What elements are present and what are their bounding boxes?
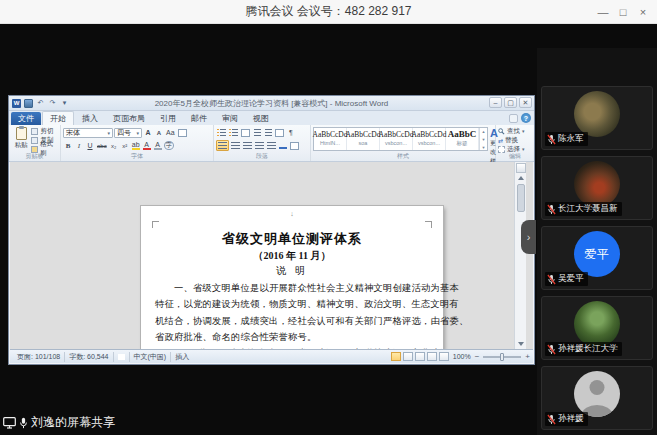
multilevel-list-button[interactable] (240, 127, 251, 138)
word-minimize-button[interactable]: – (489, 97, 502, 108)
zoom-slider[interactable] (483, 356, 521, 358)
vertical-scrollbar[interactable] (514, 162, 526, 349)
borders-button[interactable] (289, 140, 300, 151)
character-shading-button[interactable]: A (153, 140, 163, 151)
sidebar-collapse-handle[interactable]: › (521, 220, 536, 254)
spellcheck-status[interactable] (114, 352, 130, 362)
superscript-button[interactable]: x² (120, 140, 130, 151)
document-page[interactable]: ↓ 省级文明单位测评体系 （2016 年 11 月） 说 明 一、省级文明单位是… (141, 206, 443, 349)
ruler-toggle-icon[interactable] (516, 163, 526, 173)
tab-mailings[interactable]: 邮件 (184, 112, 214, 125)
participant-tile[interactable]: 孙祥媛 (541, 366, 653, 430)
increase-indent-button[interactable] (263, 127, 273, 138)
line-spacing-icon (267, 142, 276, 149)
font-name-select[interactable]: 宋体 ▾ (63, 128, 113, 138)
bold-button[interactable]: B (63, 140, 73, 151)
font-size-select[interactable]: 四号 ▾ (114, 128, 142, 138)
align-center-button[interactable] (230, 140, 241, 151)
participant-tile[interactable]: 爱平 吴爱平 (541, 226, 653, 290)
print-layout-view-button[interactable] (391, 352, 401, 361)
style-item[interactable]: AaBbC 标题 (446, 128, 479, 150)
subscript-button[interactable]: x₂ (109, 140, 119, 151)
shrink-font-button[interactable]: A (154, 127, 164, 138)
scroll-up-icon[interactable] (518, 176, 524, 180)
style-item[interactable]: AaBbCcDd vsbcon... (380, 128, 413, 150)
grow-font-button[interactable]: A (143, 127, 153, 138)
multilevel-list-icon (241, 129, 250, 137)
align-left-button[interactable] (216, 140, 229, 151)
meeting-titlebar: 腾讯会议 会议号：482 282 917 — □ × (0, 0, 657, 24)
tab-insert[interactable]: 插入 (75, 112, 105, 125)
document-title: 省级文明单位测评体系 (141, 230, 443, 248)
zoom-out-button[interactable]: − (475, 352, 480, 361)
document-line: 一、省级文明单位是以开展群众性社会主义精神文明创建活动为基本 (155, 280, 431, 296)
participant-tile[interactable]: 长江大学聂昌新 (541, 156, 653, 220)
find-button[interactable]: 查找 ▾ (498, 127, 532, 135)
line-spacing-button[interactable] (266, 140, 277, 151)
font-color-button[interactable]: A (142, 140, 152, 151)
bullets-button[interactable] (216, 127, 227, 138)
language-indicator[interactable]: 中文(中国) (130, 352, 172, 362)
word-count[interactable]: 字数: 60,544 (65, 352, 113, 362)
replace-button[interactable]: ⇄ 替换 (498, 136, 532, 144)
tab-home[interactable]: 开始 (42, 111, 74, 125)
highlight-button[interactable]: ab (131, 140, 141, 151)
close-button[interactable]: × (633, 0, 653, 24)
minimize-ribbon-icon[interactable] (509, 114, 518, 123)
word-statusbar: 页面: 101/108 字数: 60,544 中文(中国) 插入 100% − … (10, 349, 533, 363)
web-layout-view-button[interactable] (415, 352, 425, 361)
fullscreen-view-button[interactable] (403, 352, 413, 361)
minimize-button[interactable]: — (593, 0, 613, 24)
align-center-icon (231, 142, 240, 149)
decrease-indent-button[interactable] (252, 127, 262, 138)
sort-button[interactable] (274, 127, 285, 138)
numbering-button[interactable] (228, 127, 239, 138)
participant-name: 吴爱平 (558, 273, 584, 285)
paste-button[interactable]: 粘贴 (11, 127, 31, 152)
participant-tile[interactable]: 陈永军 (541, 86, 653, 150)
scroll-down-icon[interactable] (518, 342, 524, 346)
insert-mode-indicator[interactable]: 插入 (171, 352, 193, 362)
styles-gallery-scroll[interactable]: ▲▼▼ (479, 128, 487, 150)
word-close-button[interactable]: ✕ (519, 97, 532, 108)
tab-view[interactable]: 视图 (246, 112, 276, 125)
tab-page-layout[interactable]: 页面布局 (106, 112, 152, 125)
cut-button[interactable]: 剪切 (31, 127, 58, 135)
enclose-characters-button[interactable]: 字 (164, 141, 174, 150)
spellcheck-icon (118, 354, 125, 360)
page-indicator[interactable]: 页面: 101/108 (13, 352, 65, 362)
participant-name: 长江大学聂昌新 (558, 203, 618, 215)
chevron-down-icon: ▾ (136, 130, 139, 136)
zoom-in-button[interactable]: + (525, 352, 530, 361)
align-left-icon (218, 142, 227, 149)
show-marks-button[interactable]: ¶ (286, 127, 296, 138)
scroll-thumb[interactable] (517, 184, 525, 212)
tab-file[interactable]: 文件 (11, 112, 41, 125)
style-item[interactable]: AaBbCcDd HtmlN... (314, 128, 347, 150)
strikethrough-button[interactable]: abc (96, 140, 108, 151)
tab-references[interactable]: 引用 (153, 112, 183, 125)
underline-button[interactable]: U (85, 140, 95, 151)
zoom-level[interactable]: 100% (451, 353, 473, 360)
clear-formatting-icon (178, 129, 187, 137)
maximize-button[interactable]: □ (613, 0, 633, 24)
copy-icon (31, 137, 38, 144)
style-item[interactable]: AaBbCcDd soa (347, 128, 380, 150)
word-maximize-button[interactable]: ▢ (504, 97, 517, 108)
justify-button[interactable] (254, 140, 265, 151)
align-right-button[interactable] (242, 140, 253, 151)
italic-button[interactable]: I (74, 140, 84, 151)
draft-view-button[interactable] (439, 352, 449, 361)
style-item[interactable]: AaBbCcDd vsbcon... (413, 128, 446, 150)
font-group: 宋体 ▾ 四号 ▾ A A Aa B I U abc (61, 125, 214, 161)
participant-tile[interactable]: 孙祥媛长江大学 (541, 296, 653, 360)
outline-view-button[interactable] (427, 352, 437, 361)
tab-review[interactable]: 审阅 (215, 112, 245, 125)
zoom-slider-thumb[interactable] (500, 353, 504, 361)
participant-name: 孙祥媛长江大学 (558, 343, 618, 355)
chevron-right-icon: › (527, 231, 531, 243)
change-case-button[interactable]: Aa (165, 127, 176, 138)
clear-formatting-button[interactable] (177, 127, 188, 138)
paragraph-shading-button[interactable] (278, 140, 288, 151)
help-icon[interactable]: ? (521, 113, 531, 123)
